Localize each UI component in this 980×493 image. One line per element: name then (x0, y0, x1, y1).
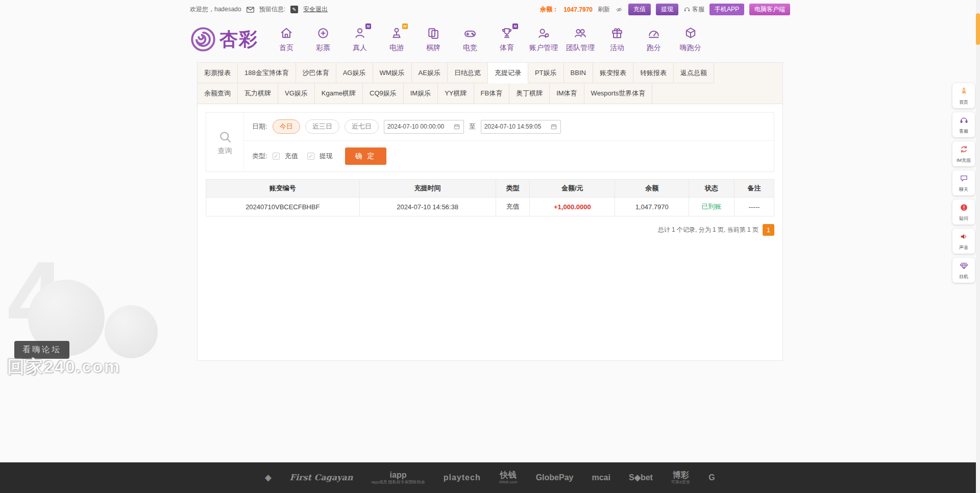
float-question-button[interactable]: 疑问 (952, 200, 975, 225)
tab-transfer-report[interactable]: 转账报表 (633, 63, 674, 83)
cell-status status-badge: 已到账 (689, 198, 734, 216)
headset-icon (960, 116, 968, 125)
tab-balance-query[interactable]: 余额查询 (198, 83, 238, 104)
scrollbar-thumb[interactable] (976, 13, 980, 45)
bg-ball (105, 305, 158, 358)
type-label: 类型: (252, 152, 267, 161)
tab-pt[interactable]: PT娱乐 (528, 63, 564, 83)
tab-rebate-total[interactable]: 返点总额 (674, 63, 714, 83)
tab-lottery-report[interactable]: 彩票报表 (198, 63, 238, 83)
nav-item-sports[interactable]: N 体育 (492, 26, 522, 53)
quick-3days-button[interactable]: 近三日 (305, 119, 339, 134)
query-panel: 查询 日期: 今日 近三日 近七日 至 类型: (206, 112, 774, 172)
withdraw-checkbox[interactable] (307, 153, 314, 160)
nav-item-home[interactable]: 首页 (272, 26, 301, 53)
partner-logo-iapp: iappiapp成员 隐私权专家国际协会 (371, 471, 425, 485)
partner-logo-g: G (708, 473, 715, 482)
logo-text: 杏彩 (219, 27, 258, 52)
deposit-button[interactable]: 充值 (628, 4, 651, 15)
float-home-button[interactable]: 首页 (952, 83, 975, 108)
cell-id: 20240710VBCECFBHBF (206, 198, 360, 216)
nav-item-live[interactable]: N 真人 (345, 26, 375, 53)
nav-item-egames[interactable]: H 电游 (382, 26, 411, 53)
mobile-app-button[interactable]: 手机APP (709, 4, 744, 15)
tab-im-games[interactable]: IM娱乐 (404, 83, 438, 104)
pc-client-button[interactable]: 电脑客户端 (749, 4, 790, 15)
partner-logo-sbet: S◆bet (629, 473, 653, 482)
float-chat-button[interactable]: 聊天 (952, 170, 975, 195)
tab-daily-summary[interactable]: 日结总览 (448, 63, 488, 83)
welcome-text: 欢迎您，hadesado (190, 5, 241, 14)
tab-yy-chess[interactable]: YY棋牌 (438, 83, 474, 104)
gift-icon (610, 26, 624, 40)
edit-icon[interactable]: ✎ (290, 6, 298, 13)
partner-logo-globepay: GlobePay (536, 473, 574, 482)
pagination-summary: 总计 1 个记录, 分为 1 页, 当前第 1 页 (658, 226, 758, 234)
partner-logo-secure-betting: 博彩可靠&安全 (671, 471, 690, 485)
tab-fb-sports[interactable]: FB体育 (474, 83, 510, 104)
tab-wesports[interactable]: Wesports世界体育 (584, 83, 653, 104)
float-service-button[interactable]: 客服 (952, 112, 975, 137)
nav-item-account[interactable]: 账户管理 (529, 26, 558, 53)
nav-item-team[interactable]: 团队管理 (566, 26, 595, 53)
withdraw-checkbox-label: 提现 (320, 152, 333, 161)
footer-partner-bar: ◈ First Cagayan iappiapp成员 隐私权专家国际协会 pla… (0, 462, 980, 493)
tab-aoding-chess[interactable]: 奥丁棋牌 (509, 83, 550, 104)
nav-item-hi-paofen[interactable]: 嗨跑分 (676, 26, 705, 53)
tab-wali-chess[interactable]: 瓦力棋牌 (238, 83, 278, 104)
date-from-input[interactable] (387, 123, 451, 130)
float-im-recharge-button[interactable]: IM充值 (952, 141, 975, 166)
logout-link[interactable]: 安全退出 (303, 5, 328, 14)
date-to-wrapper (481, 120, 561, 134)
nav-item-chess[interactable]: 棋牌 (419, 26, 448, 53)
nav-item-esports[interactable]: 电竞 (455, 26, 485, 53)
tab-im-sports[interactable]: IM体育 (550, 83, 584, 104)
tab-deposit-withdraw-records[interactable]: 充提记录 (488, 63, 528, 83)
withdraw-button[interactable]: 提现 (656, 4, 678, 15)
quick-today-button[interactable]: 今日 (273, 119, 300, 134)
confirm-button[interactable]: 确 定 (345, 147, 386, 165)
egames-icon: H (389, 26, 404, 40)
col-account-change-id: 账变编号 (206, 180, 360, 198)
quick-7days-button[interactable]: 近七日 (345, 119, 379, 134)
site-header: 杏彩 首页 彩票 N (190, 20, 790, 58)
partner-logo-playtech: playtech (444, 473, 481, 482)
mail-icon[interactable] (247, 7, 254, 13)
tab-ae[interactable]: AE娱乐 (412, 63, 448, 83)
logo-flower-icon (190, 26, 216, 53)
tabs-row-2: 余额查询 瓦力棋牌 VG娱乐 Kgame棋牌 CQ9娱乐 IM娱乐 YY棋牌 F… (198, 83, 782, 104)
chat-bubble-icon (960, 174, 968, 183)
partner-logo-99bill: 快钱99bill.com (499, 471, 518, 485)
nav-item-lottery[interactable]: 彩票 (308, 26, 338, 53)
speaker-icon (960, 232, 968, 241)
col-amount: 金额/元 (530, 180, 615, 198)
cell-note: ----- (734, 198, 774, 216)
col-note: 备注 (734, 180, 774, 198)
scrollbar-track[interactable] (976, 0, 980, 493)
float-idle-button[interactable]: 挂机 (952, 258, 975, 283)
deposit-checkbox-label: 充值 (285, 152, 298, 161)
reserved-info-label: 预留信息: (259, 5, 285, 14)
refresh-link[interactable]: 刷新 (598, 5, 610, 14)
tab-bbin[interactable]: BBIN (564, 63, 593, 83)
service-link[interactable]: 客服 (683, 5, 704, 14)
float-sound-button[interactable]: 声音 (952, 229, 975, 254)
site-logo[interactable]: 杏彩 (190, 26, 258, 53)
page-1-button[interactable]: 1 (763, 224, 774, 236)
tab-188-sports[interactable]: 188金宝博体育 (238, 63, 296, 83)
eye-slash-icon[interactable] (615, 6, 623, 13)
tab-saba-sports[interactable]: 沙巴体育 (296, 63, 336, 83)
calendar-icon (453, 123, 460, 130)
tab-wm[interactable]: WM娱乐 (373, 63, 412, 83)
deposit-checkbox[interactable] (273, 153, 280, 160)
tab-cq9[interactable]: CQ9娱乐 (363, 83, 404, 104)
tab-balance-change-report[interactable]: 账变报表 (593, 63, 633, 83)
nav-item-promo[interactable]: 活动 (602, 26, 632, 53)
nav-item-paofen[interactable]: 跑分 (639, 26, 669, 53)
table-header-row: 账变编号 充提时间 类型 金额/元 余额 状态 备注 (206, 180, 774, 198)
tab-vg[interactable]: VG娱乐 (278, 83, 315, 104)
tab-kgame[interactable]: Kgame棋牌 (315, 83, 363, 104)
date-to-input[interactable] (484, 123, 548, 130)
exclamation-icon (960, 203, 968, 212)
tab-ag[interactable]: AG娱乐 (336, 63, 373, 83)
